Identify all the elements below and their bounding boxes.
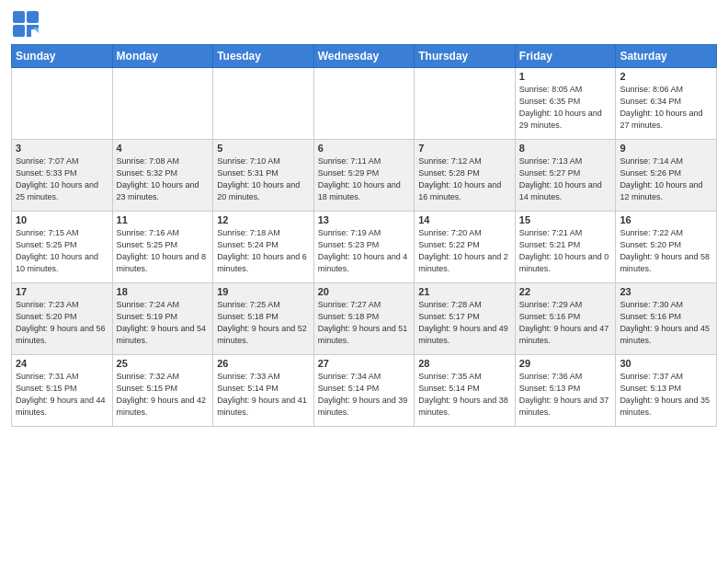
calendar-cell: 2Sunrise: 8:06 AM Sunset: 6:34 PM Daylig…	[616, 68, 717, 140]
weekday-header-friday: Friday	[515, 45, 616, 68]
day-number: 20	[318, 286, 411, 297]
calendar-week-2: 3Sunrise: 7:07 AM Sunset: 5:33 PM Daylig…	[12, 140, 717, 212]
day-info: Sunrise: 7:24 AM Sunset: 5:19 PM Dayligh…	[117, 299, 210, 347]
day-number: 12	[217, 214, 310, 225]
calendar-cell: 25Sunrise: 7:32 AM Sunset: 5:15 PM Dayli…	[112, 355, 213, 427]
day-info: Sunrise: 7:12 AM Sunset: 5:28 PM Dayligh…	[418, 155, 511, 203]
day-info: Sunrise: 7:25 AM Sunset: 5:18 PM Dayligh…	[217, 299, 310, 347]
calendar-cell	[12, 68, 113, 140]
calendar-cell: 27Sunrise: 7:34 AM Sunset: 5:14 PM Dayli…	[313, 355, 415, 427]
day-info: Sunrise: 7:34 AM Sunset: 5:14 PM Dayligh…	[318, 371, 411, 419]
day-number: 3	[16, 143, 108, 154]
calendar-cell: 28Sunrise: 7:35 AM Sunset: 5:14 PM Dayli…	[415, 355, 516, 427]
calendar: SundayMondayTuesdayWednesdayThursdayFrid…	[11, 44, 717, 427]
calendar-cell: 20Sunrise: 7:27 AM Sunset: 5:18 PM Dayli…	[313, 283, 415, 355]
day-number: 29	[519, 358, 612, 369]
day-number: 2	[620, 71, 712, 82]
day-info: Sunrise: 7:30 AM Sunset: 5:16 PM Dayligh…	[620, 299, 712, 347]
day-number: 16	[620, 214, 712, 225]
calendar-cell: 11Sunrise: 7:16 AM Sunset: 5:25 PM Dayli…	[112, 212, 213, 283]
page: SundayMondayTuesdayWednesdayThursdayFrid…	[0, 0, 728, 434]
calendar-week-1: 1Sunrise: 8:05 AM Sunset: 6:35 PM Daylig…	[12, 68, 717, 140]
day-info: Sunrise: 7:10 AM Sunset: 5:31 PM Dayligh…	[217, 155, 310, 203]
day-info: Sunrise: 7:28 AM Sunset: 5:17 PM Dayligh…	[418, 299, 511, 347]
day-info: Sunrise: 7:19 AM Sunset: 5:23 PM Dayligh…	[318, 227, 411, 275]
calendar-cell: 23Sunrise: 7:30 AM Sunset: 5:16 PM Dayli…	[616, 283, 717, 355]
weekday-header-tuesday: Tuesday	[213, 45, 314, 68]
weekday-header-sunday: Sunday	[12, 45, 113, 68]
day-info: Sunrise: 8:06 AM Sunset: 6:34 PM Dayligh…	[620, 84, 712, 132]
svg-marker-4	[33, 28, 39, 33]
calendar-cell: 12Sunrise: 7:18 AM Sunset: 5:24 PM Dayli…	[213, 212, 314, 283]
calendar-cell: 9Sunrise: 7:14 AM Sunset: 5:26 PM Daylig…	[616, 140, 717, 212]
calendar-week-4: 17Sunrise: 7:23 AM Sunset: 5:20 PM Dayli…	[12, 283, 717, 355]
weekday-header-monday: Monday	[112, 45, 213, 68]
calendar-cell: 6Sunrise: 7:11 AM Sunset: 5:29 PM Daylig…	[313, 140, 415, 212]
calendar-cell: 5Sunrise: 7:10 AM Sunset: 5:31 PM Daylig…	[213, 140, 314, 212]
day-number: 18	[117, 286, 210, 297]
day-info: Sunrise: 7:36 AM Sunset: 5:13 PM Dayligh…	[519, 371, 612, 419]
day-number: 11	[117, 214, 210, 225]
day-number: 15	[519, 214, 612, 225]
calendar-cell: 7Sunrise: 7:12 AM Sunset: 5:28 PM Daylig…	[415, 140, 516, 212]
calendar-cell: 10Sunrise: 7:15 AM Sunset: 5:25 PM Dayli…	[12, 212, 113, 283]
logo	[11, 9, 44, 39]
svg-rect-0	[13, 11, 25, 23]
day-info: Sunrise: 7:13 AM Sunset: 5:27 PM Dayligh…	[519, 155, 612, 203]
calendar-cell: 13Sunrise: 7:19 AM Sunset: 5:23 PM Dayli…	[313, 212, 415, 283]
svg-rect-2	[13, 25, 25, 37]
calendar-cell: 15Sunrise: 7:21 AM Sunset: 5:21 PM Dayli…	[515, 212, 616, 283]
calendar-cell: 14Sunrise: 7:20 AM Sunset: 5:22 PM Dayli…	[415, 212, 516, 283]
weekday-header-saturday: Saturday	[616, 45, 717, 68]
day-info: Sunrise: 7:22 AM Sunset: 5:20 PM Dayligh…	[620, 227, 712, 275]
weekday-header-wednesday: Wednesday	[313, 45, 415, 68]
day-info: Sunrise: 7:27 AM Sunset: 5:18 PM Dayligh…	[318, 299, 411, 347]
svg-rect-1	[27, 11, 39, 23]
day-info: Sunrise: 7:32 AM Sunset: 5:15 PM Dayligh…	[117, 371, 210, 419]
logo-icon	[11, 9, 40, 39]
day-info: Sunrise: 7:15 AM Sunset: 5:25 PM Dayligh…	[16, 227, 108, 275]
day-number: 21	[418, 286, 511, 297]
calendar-cell	[313, 68, 415, 140]
day-info: Sunrise: 7:08 AM Sunset: 5:32 PM Dayligh…	[117, 155, 210, 203]
calendar-cell: 3Sunrise: 7:07 AM Sunset: 5:33 PM Daylig…	[12, 140, 113, 212]
calendar-cell: 4Sunrise: 7:08 AM Sunset: 5:32 PM Daylig…	[112, 140, 213, 212]
calendar-cell: 26Sunrise: 7:33 AM Sunset: 5:14 PM Dayli…	[213, 355, 314, 427]
day-number: 28	[418, 358, 511, 369]
day-info: Sunrise: 7:37 AM Sunset: 5:13 PM Dayligh…	[620, 371, 712, 419]
day-number: 19	[217, 286, 310, 297]
day-info: Sunrise: 7:35 AM Sunset: 5:14 PM Dayligh…	[418, 371, 511, 419]
day-number: 26	[217, 358, 310, 369]
day-info: Sunrise: 7:23 AM Sunset: 5:20 PM Dayligh…	[16, 299, 108, 347]
weekday-header-thursday: Thursday	[415, 45, 516, 68]
calendar-cell: 16Sunrise: 7:22 AM Sunset: 5:20 PM Dayli…	[616, 212, 717, 283]
day-info: Sunrise: 7:20 AM Sunset: 5:22 PM Dayligh…	[418, 227, 511, 275]
day-number: 25	[117, 358, 210, 369]
day-number: 27	[318, 358, 411, 369]
day-number: 7	[418, 143, 511, 154]
calendar-cell: 29Sunrise: 7:36 AM Sunset: 5:13 PM Dayli…	[515, 355, 616, 427]
day-info: Sunrise: 7:18 AM Sunset: 5:24 PM Dayligh…	[217, 227, 310, 275]
day-number: 30	[620, 358, 712, 369]
day-info: Sunrise: 7:14 AM Sunset: 5:26 PM Dayligh…	[620, 155, 712, 203]
header	[11, 9, 717, 39]
day-info: Sunrise: 7:21 AM Sunset: 5:21 PM Dayligh…	[519, 227, 612, 275]
day-number: 10	[16, 214, 108, 225]
calendar-cell: 1Sunrise: 8:05 AM Sunset: 6:35 PM Daylig…	[515, 68, 616, 140]
day-number: 8	[519, 143, 612, 154]
day-number: 9	[620, 143, 712, 154]
day-number: 22	[519, 286, 612, 297]
calendar-week-5: 24Sunrise: 7:31 AM Sunset: 5:15 PM Dayli…	[12, 355, 717, 427]
day-number: 14	[418, 214, 511, 225]
day-info: Sunrise: 7:29 AM Sunset: 5:16 PM Dayligh…	[519, 299, 612, 347]
day-number: 13	[318, 214, 411, 225]
calendar-cell: 24Sunrise: 7:31 AM Sunset: 5:15 PM Dayli…	[12, 355, 113, 427]
calendar-cell	[112, 68, 213, 140]
weekday-header-row: SundayMondayTuesdayWednesdayThursdayFrid…	[12, 45, 717, 68]
day-number: 5	[217, 143, 310, 154]
day-info: Sunrise: 7:07 AM Sunset: 5:33 PM Dayligh…	[16, 155, 108, 203]
calendar-cell: 19Sunrise: 7:25 AM Sunset: 5:18 PM Dayli…	[213, 283, 314, 355]
calendar-cell	[415, 68, 516, 140]
calendar-cell: 17Sunrise: 7:23 AM Sunset: 5:20 PM Dayli…	[12, 283, 113, 355]
day-info: Sunrise: 7:11 AM Sunset: 5:29 PM Dayligh…	[318, 155, 411, 203]
